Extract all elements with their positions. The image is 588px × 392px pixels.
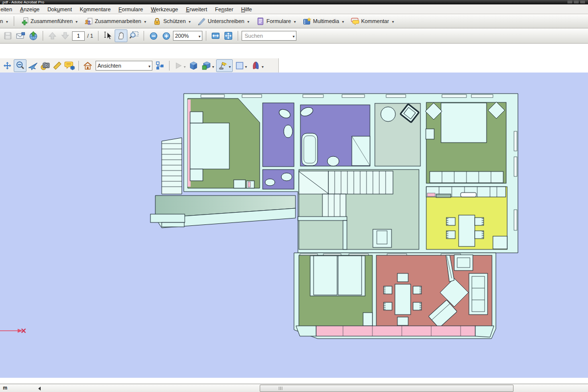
chevron-down-icon[interactable] [292, 33, 294, 39]
combine-files-icon [20, 17, 28, 25]
chevron-down-icon [188, 18, 191, 24]
model-tree-button[interactable] [154, 60, 166, 72]
forms-button[interactable]: Formulare [253, 16, 299, 27]
next-page-button[interactable] [59, 30, 71, 42]
menu-item-bearbeiten[interactable]: eiten [0, 5, 16, 13]
email-icon [16, 31, 25, 40]
task-toolbar: n Zusammenführen Zusammenarbeiten Schütz… [0, 14, 588, 28]
save-icon [3, 31, 12, 40]
combine-button[interactable]: Zusammenführen [17, 16, 81, 27]
lighting-button[interactable] [216, 59, 233, 72]
background-color-swatch-icon [235, 61, 244, 70]
separator [78, 61, 79, 71]
default-view-home-button[interactable] [82, 60, 94, 72]
protect-button[interactable]: Schützen [149, 16, 194, 27]
hand-tool-icon [117, 31, 125, 40]
sign-pen-icon [197, 17, 206, 25]
hand-tool-button[interactable] [115, 29, 127, 42]
separator [169, 61, 170, 71]
upload-button[interactable] [27, 30, 39, 42]
search-input[interactable] [244, 32, 286, 39]
arrow-down-icon [61, 31, 70, 40]
fly-tool-button[interactable] [27, 60, 39, 72]
separator [238, 31, 238, 41]
save-button[interactable] [2, 30, 14, 42]
chevron-down-icon [5, 18, 8, 24]
create-button-clipped[interactable]: n [0, 17, 11, 25]
chevron-down-icon [341, 18, 344, 24]
cross-section-icon [251, 61, 261, 71]
zoom-in-button[interactable] [160, 30, 172, 42]
multimedia-icon [303, 17, 311, 25]
window-controls[interactable] [567, 0, 585, 4]
chevron-down-icon [246, 18, 249, 24]
zoom-out-button[interactable] [147, 30, 159, 42]
email-button[interactable] [15, 30, 26, 42]
rotate-move-icon [2, 61, 12, 71]
floor-plan-3d-model [0, 73, 588, 378]
search-box [242, 31, 296, 41]
fit-page-button[interactable] [222, 30, 234, 42]
separator [43, 31, 43, 41]
menu-item-erweitert[interactable]: Erweitert [182, 5, 211, 13]
home-icon [83, 61, 93, 70]
chevron-down-icon [147, 63, 150, 69]
scrollbar-thumb[interactable] [260, 385, 514, 392]
minus-circle-icon [149, 32, 158, 40]
background-color-button[interactable] [233, 60, 249, 72]
marquee-zoom-button[interactable] [128, 30, 140, 42]
select-tool-button[interactable] [102, 30, 114, 42]
comment-button[interactable]: Kommentar [347, 16, 397, 27]
separator [14, 16, 14, 26]
3d-annotation-canvas[interactable] [0, 73, 588, 378]
scroll-left-arrow-icon[interactable] [38, 387, 41, 391]
sign-button[interactable]: Unterschreiben [194, 16, 253, 27]
menu-item-formulare[interactable]: Formulare [115, 5, 147, 13]
play-animation-button[interactable] [172, 60, 187, 72]
zoom-level-input[interactable]: 200% [173, 31, 202, 41]
comment-3d-tool-button[interactable] [64, 60, 75, 72]
menu-item-hilfe[interactable]: Hilfe [237, 5, 256, 13]
chevron-down-icon [183, 61, 186, 70]
zoom-3d-tool-button[interactable] [14, 59, 26, 72]
collaborate-icon [84, 17, 93, 25]
multimedia-button[interactable]: Multimedia [299, 16, 347, 27]
fit-width-icon [211, 31, 220, 40]
chevron-down-icon [293, 18, 296, 24]
menu-item-dokument[interactable]: Dokument [44, 5, 76, 13]
select-cursor-icon [103, 31, 113, 40]
horizontal-scrollbar[interactable]: m [0, 384, 588, 392]
chevron-down-icon [261, 61, 264, 70]
fit-width-button[interactable] [210, 30, 221, 42]
forms-icon [256, 17, 265, 25]
prev-page-button[interactable] [47, 30, 58, 42]
menu-item-kommentare[interactable]: Kommentare [76, 5, 115, 13]
play-icon [174, 61, 183, 70]
views-dropdown[interactable]: Ansichten [96, 61, 152, 71]
measure-tool-button[interactable] [51, 60, 63, 72]
window-titlebar: .pdf - Adobe Acrobat Pro [0, 0, 588, 4]
plus-circle-icon [162, 32, 171, 40]
render-mode-button[interactable] [200, 60, 216, 72]
statusbar-clipped-text: m [3, 385, 7, 391]
upload-globe-icon [28, 31, 38, 41]
camera-tool-button[interactable] [39, 60, 51, 72]
menu-item-fenster[interactable]: Fenster [211, 5, 237, 13]
lamp-icon [218, 61, 228, 71]
chevron-down-icon [74, 18, 77, 24]
collaborate-button[interactable]: Zusammenarbeiten [81, 16, 149, 27]
rotate-3d-tool-button[interactable] [1, 60, 13, 72]
menu-item-anzeige[interactable]: Anzeige [16, 5, 44, 13]
chevron-down-icon [211, 61, 214, 70]
navigation-toolbar: / 1 200% [0, 28, 588, 44]
airplane-icon [27, 61, 38, 71]
use-3d-tool-button[interactable] [188, 60, 199, 72]
cross-section-button[interactable] [249, 60, 265, 72]
page-number-input[interactable] [72, 31, 85, 41]
menu-item-werkzeuge[interactable]: Werkzeuge [147, 5, 182, 13]
arrow-up-icon [48, 31, 57, 40]
3d-toolbar: Ansichten [0, 58, 279, 73]
magnifier-icon [15, 61, 25, 71]
chevron-down-icon [143, 18, 146, 24]
menu-bar: eiten Anzeige Dokument Kommentare Formul… [0, 4, 588, 14]
